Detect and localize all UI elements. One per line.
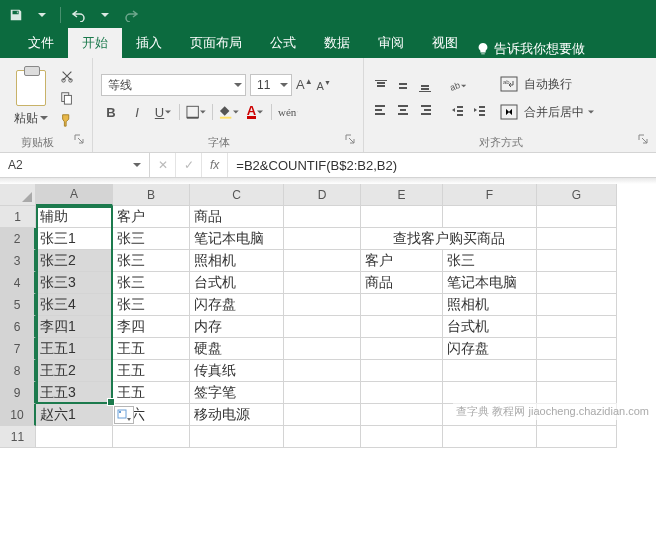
- cell[interactable]: [443, 360, 537, 382]
- cell[interactable]: 辅助: [36, 206, 113, 228]
- align-middle-icon[interactable]: [394, 77, 412, 95]
- column-header[interactable]: C: [190, 184, 284, 206]
- cell[interactable]: [537, 272, 617, 294]
- cell[interactable]: 客户: [113, 206, 190, 228]
- italic-button[interactable]: I: [127, 102, 147, 122]
- cell[interactable]: 硬盘: [190, 338, 284, 360]
- align-center-icon[interactable]: [394, 101, 412, 119]
- column-header[interactable]: F: [443, 184, 537, 206]
- align-bottom-icon[interactable]: [416, 77, 434, 95]
- cell[interactable]: [537, 316, 617, 338]
- cell[interactable]: 查找客户购买商品: [361, 228, 537, 250]
- cell[interactable]: [537, 250, 617, 272]
- row-header[interactable]: 11: [0, 426, 36, 448]
- fill-color-button[interactable]: [219, 102, 239, 122]
- cell[interactable]: [443, 206, 537, 228]
- increase-indent-icon[interactable]: [470, 101, 488, 119]
- orientation-icon[interactable]: ab: [448, 77, 466, 95]
- row-header[interactable]: 4: [0, 272, 36, 294]
- align-right-icon[interactable]: [416, 101, 434, 119]
- cell[interactable]: [284, 272, 361, 294]
- increase-font-icon[interactable]: A▲: [296, 77, 313, 92]
- tab-review[interactable]: 审阅: [364, 28, 418, 58]
- cell[interactable]: [361, 426, 443, 448]
- tab-data[interactable]: 数据: [310, 28, 364, 58]
- cell[interactable]: [361, 316, 443, 338]
- cell[interactable]: [361, 338, 443, 360]
- column-header[interactable]: D: [284, 184, 361, 206]
- align-top-icon[interactable]: [372, 77, 390, 95]
- underline-button[interactable]: U: [153, 102, 173, 122]
- cell[interactable]: 张三3: [36, 272, 113, 294]
- cell[interactable]: 商品: [361, 272, 443, 294]
- cell[interactable]: [537, 206, 617, 228]
- row-header[interactable]: 1: [0, 206, 36, 228]
- cell[interactable]: 张三2: [36, 250, 113, 272]
- phonetic-button[interactable]: wén: [278, 102, 298, 122]
- cell[interactable]: 照相机: [443, 294, 537, 316]
- cell[interactable]: 商品: [190, 206, 284, 228]
- column-header[interactable]: A: [36, 184, 113, 206]
- row-header[interactable]: 6: [0, 316, 36, 338]
- cell[interactable]: [284, 426, 361, 448]
- cell[interactable]: 王五2: [36, 360, 113, 382]
- qat-dropdown-icon[interactable]: [97, 7, 113, 23]
- fx-icon[interactable]: fx: [202, 153, 228, 177]
- tab-page-layout[interactable]: 页面布局: [176, 28, 256, 58]
- tab-home[interactable]: 开始: [68, 28, 122, 58]
- cell[interactable]: [361, 294, 443, 316]
- cancel-formula-icon[interactable]: ✕: [150, 153, 176, 177]
- decrease-font-icon[interactable]: A▼: [317, 79, 331, 92]
- cell[interactable]: 张三: [113, 250, 190, 272]
- cell[interactable]: 张三4: [36, 294, 113, 316]
- cell[interactable]: 张三: [113, 294, 190, 316]
- cell[interactable]: 李四: [113, 316, 190, 338]
- format-painter-icon[interactable]: [58, 111, 76, 129]
- font-color-button[interactable]: A: [245, 102, 265, 122]
- cell[interactable]: 赵六1: [36, 404, 113, 426]
- tab-formulas[interactable]: 公式: [256, 28, 310, 58]
- cell[interactable]: [36, 426, 113, 448]
- cell[interactable]: 王五: [113, 360, 190, 382]
- cell[interactable]: [361, 206, 443, 228]
- cell[interactable]: [537, 360, 617, 382]
- column-header[interactable]: B: [113, 184, 190, 206]
- name-box[interactable]: A2: [0, 153, 150, 177]
- decrease-indent-icon[interactable]: [448, 101, 466, 119]
- tab-insert[interactable]: 插入: [122, 28, 176, 58]
- undo-icon[interactable]: [71, 7, 87, 23]
- cell[interactable]: 张三1: [36, 228, 113, 250]
- cell[interactable]: 签字笔: [190, 382, 284, 404]
- select-all-corner[interactable]: [0, 184, 36, 206]
- formula-input[interactable]: =B2&COUNTIF(B$2:B2,B2): [228, 153, 656, 177]
- column-header[interactable]: E: [361, 184, 443, 206]
- dialog-launcher-icon[interactable]: [74, 134, 88, 148]
- cell[interactable]: 传真纸: [190, 360, 284, 382]
- column-header[interactable]: G: [537, 184, 617, 206]
- cell[interactable]: [284, 250, 361, 272]
- cell[interactable]: 王五: [113, 338, 190, 360]
- row-header[interactable]: 9: [0, 382, 36, 404]
- cell[interactable]: [443, 382, 537, 404]
- cell[interactable]: [284, 294, 361, 316]
- cell[interactable]: [284, 228, 361, 250]
- cell[interactable]: 照相机: [190, 250, 284, 272]
- cell[interactable]: [113, 426, 190, 448]
- cell[interactable]: [190, 426, 284, 448]
- row-header[interactable]: 8: [0, 360, 36, 382]
- cell[interactable]: [443, 426, 537, 448]
- cell[interactable]: [537, 426, 617, 448]
- dialog-launcher-icon[interactable]: [638, 134, 652, 148]
- row-header[interactable]: 7: [0, 338, 36, 360]
- font-size-combo[interactable]: 11: [250, 74, 292, 96]
- font-name-combo[interactable]: 等线: [101, 74, 246, 96]
- cell[interactable]: 客户: [361, 250, 443, 272]
- enter-formula-icon[interactable]: ✓: [176, 153, 202, 177]
- cell[interactable]: [537, 294, 617, 316]
- qat-dropdown-icon[interactable]: [34, 7, 50, 23]
- dialog-launcher-icon[interactable]: [345, 134, 359, 148]
- cell[interactable]: [361, 360, 443, 382]
- cell[interactable]: 内存: [190, 316, 284, 338]
- cell[interactable]: [537, 338, 617, 360]
- cell[interactable]: 张三: [443, 250, 537, 272]
